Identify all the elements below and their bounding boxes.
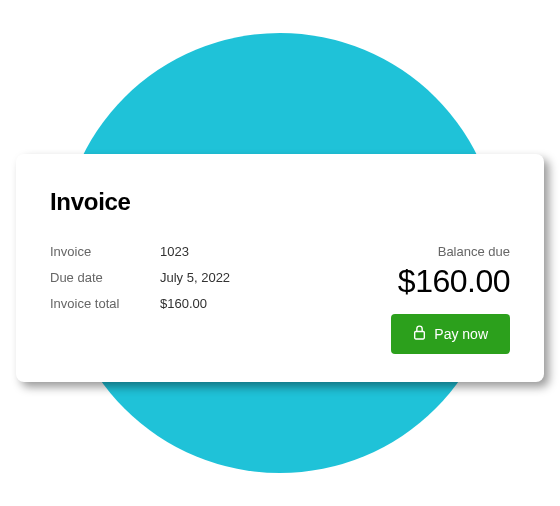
lock-icon: [413, 325, 426, 343]
invoice-number-value: 1023: [160, 244, 230, 259]
due-date-label: Due date: [50, 270, 150, 285]
invoice-total-label: Invoice total: [50, 296, 150, 311]
svg-rect-0: [415, 331, 425, 339]
balance-section: Balance due $160.00 Pay now: [391, 244, 510, 354]
page-title: Invoice: [50, 188, 510, 216]
balance-due-amount: $160.00: [398, 263, 510, 300]
invoice-card: Invoice Invoice 1023 Due date July 5, 20…: [16, 154, 544, 382]
invoice-details: Invoice 1023 Due date July 5, 2022 Invoi…: [50, 244, 230, 311]
invoice-content: Invoice 1023 Due date July 5, 2022 Invoi…: [50, 244, 510, 354]
pay-now-label: Pay now: [434, 326, 488, 342]
pay-now-button[interactable]: Pay now: [391, 314, 510, 354]
balance-due-label: Balance due: [438, 244, 510, 259]
invoice-number-label: Invoice: [50, 244, 150, 259]
invoice-total-value: $160.00: [160, 296, 230, 311]
due-date-value: July 5, 2022: [160, 270, 230, 285]
